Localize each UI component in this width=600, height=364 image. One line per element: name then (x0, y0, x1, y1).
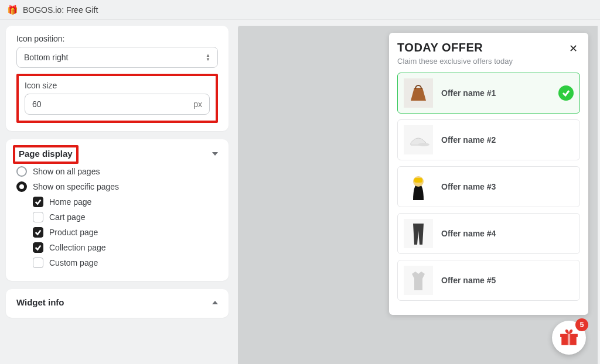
offer-name: Offer name #3 (441, 182, 574, 191)
checkbox-icon (33, 257, 43, 268)
checkbox-label: Cart page (49, 212, 85, 222)
offer-name: Offer name #5 (441, 276, 574, 285)
checkbox-custom-page[interactable]: Custom page (33, 257, 218, 268)
icon-size-unit: px (193, 99, 202, 109)
launcher-badge: 5 (575, 318, 588, 331)
icon-position-value: Bottom right (24, 53, 68, 62)
checkbox-collection-page[interactable]: Collection page (33, 242, 218, 253)
app-title: BOGOS.io: Free Gift (23, 5, 98, 15)
icon-size-label: Icon size (25, 81, 210, 90)
offer-item[interactable]: Offer name #3 (397, 166, 580, 207)
offer-panel-subtitle: Claim these exclusive offers today (397, 57, 513, 66)
gift-icon: 🎁 (7, 5, 18, 15)
offer-thumb (404, 172, 433, 201)
svg-point-2 (418, 143, 429, 146)
card-widget-info: Widget info (6, 289, 229, 318)
icon-position-select[interactable]: Bottom right ▲▼ (16, 47, 218, 68)
gift-launcher-button[interactable]: 5 (552, 321, 586, 355)
app-titlebar: 🎁 BOGOS.io: Free Gift (0, 0, 600, 20)
svg-rect-5 (414, 178, 422, 183)
checkbox-home-page[interactable]: Home page (33, 197, 218, 207)
checkbox-label: Home page (49, 197, 91, 207)
close-icon[interactable]: ✕ (567, 41, 580, 56)
offer-item[interactable]: Offer name #5 (397, 260, 580, 301)
page-display-title: Page display (19, 149, 73, 159)
offer-panel-title: TODAY OFFER (397, 41, 513, 54)
svg-rect-10 (568, 334, 570, 345)
icon-position-label: Icon position: (16, 34, 218, 43)
widget-info-title: Widget info (16, 297, 64, 307)
radio-show-all[interactable]: Show on all pages (16, 166, 218, 177)
radio-icon (16, 166, 27, 177)
offer-thumb (404, 125, 433, 154)
checkbox-icon (33, 212, 43, 222)
icon-size-input[interactable]: 60 px (25, 94, 210, 115)
offer-thumb (404, 78, 433, 108)
checkbox-label: Collection page (49, 243, 106, 252)
offer-panel: TODAY OFFER Claim these exclusive offers… (389, 33, 588, 315)
checkbox-label: Product page (49, 228, 98, 237)
checkbox-icon (33, 242, 43, 253)
icon-size-value: 60 (32, 99, 42, 109)
preview-area: TODAY OFFER Claim these exclusive offers… (238, 26, 598, 364)
chevron-up-icon[interactable] (212, 301, 218, 304)
checkbox-label: Custom page (49, 258, 98, 267)
offer-thumb (404, 266, 433, 295)
offer-name: Offer name #4 (441, 229, 574, 238)
radio-show-all-label: Show on all pages (33, 167, 100, 176)
offer-thumb (404, 219, 433, 248)
offer-name: Offer name #2 (441, 135, 574, 145)
icon-size-highlight: Icon size 60 px (16, 74, 218, 123)
svg-rect-6 (404, 219, 433, 248)
check-circle-icon (558, 85, 574, 101)
page-display-title-highlight: Page display (13, 145, 79, 164)
checkbox-product-page[interactable]: Product page (33, 227, 218, 238)
offer-item[interactable]: Offer name #4 (397, 213, 580, 254)
checkbox-icon (33, 227, 43, 238)
gift-icon (559, 328, 579, 348)
card-page-display: Page display Show on all pages Show on s… (6, 139, 229, 281)
card-icon-settings: Icon position: Bottom right ▲▼ Icon size… (6, 26, 229, 131)
chevron-down-icon[interactable] (212, 152, 218, 156)
radio-show-specific-label: Show on specific pages (33, 182, 119, 191)
offer-item[interactable]: Offer name #1 (397, 73, 580, 114)
radio-icon (16, 181, 27, 192)
offer-name: Offer name #1 (441, 88, 550, 98)
offer-item[interactable]: Offer name #2 (397, 119, 580, 160)
checkbox-icon (33, 197, 43, 207)
radio-show-specific[interactable]: Show on specific pages (16, 181, 218, 192)
select-stepper-icon: ▲▼ (206, 54, 210, 61)
checkbox-cart-page[interactable]: Cart page (33, 212, 218, 222)
